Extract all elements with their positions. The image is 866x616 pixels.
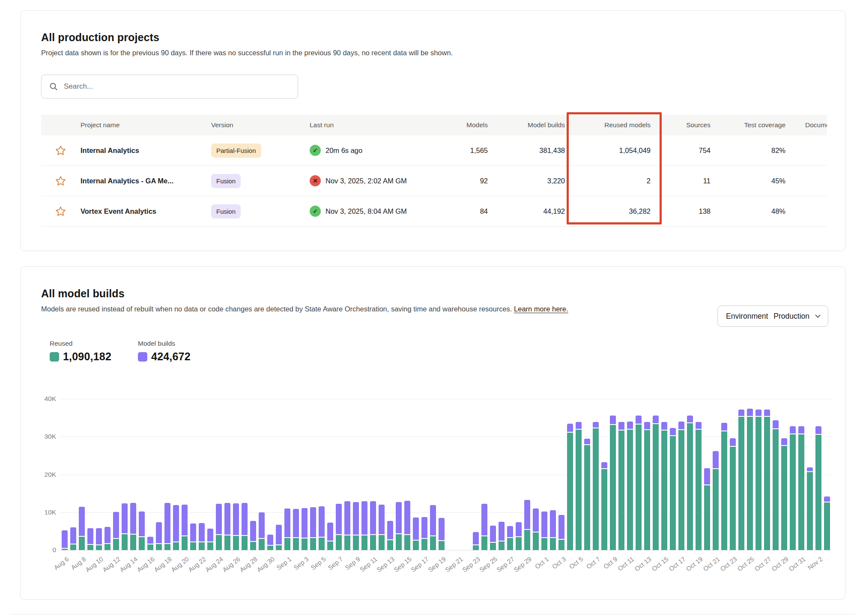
- reused-segment: [721, 431, 727, 550]
- x-axis-label: Aug 10: [84, 555, 105, 574]
- reused-segment: [670, 436, 676, 550]
- builds-segment: [105, 527, 110, 543]
- reused-segment: [713, 469, 719, 550]
- reused-segment: [627, 430, 633, 550]
- builds-segment: [259, 512, 265, 538]
- x-axis-label: Sep 19: [427, 555, 447, 574]
- project-name-cell: Internal Analytics: [80, 147, 210, 155]
- stacked-bar: [105, 527, 110, 550]
- chart-day-slot: [754, 399, 763, 550]
- chart-day-slot: Aug 12: [112, 399, 120, 550]
- reused-segment: [122, 534, 128, 550]
- last-run-cell: ✕Nov 3, 2025, 2:02 AM GM: [309, 175, 429, 186]
- reused-segment: [319, 538, 325, 550]
- project-link[interactable]: Internal Analytics - GA Me...: [81, 177, 173, 185]
- column-header[interactable]: Model builds: [489, 121, 566, 129]
- stacked-bar: [824, 496, 830, 550]
- stacked-bar: [430, 505, 436, 550]
- column-header[interactable]: Test coverage: [711, 121, 786, 129]
- chart-day-slot: Sep 3: [300, 399, 309, 550]
- column-header[interactable]: Version: [210, 121, 309, 129]
- stacked-bar: [130, 503, 136, 550]
- builds-segment: [576, 422, 582, 429]
- x-axis-label: Oct 9: [602, 555, 618, 570]
- environment-select[interactable]: Environment Production: [717, 305, 828, 327]
- stacked-bar: [704, 468, 710, 550]
- chart-day-slot: [514, 399, 523, 550]
- chart-day-slot: [343, 399, 352, 550]
- chart-day-slot: Oct 7: [591, 399, 600, 550]
- builds-segment: [147, 537, 153, 544]
- column-header[interactable]: Project name: [80, 121, 210, 129]
- builds-segment: [507, 526, 513, 537]
- favorite-star-button[interactable]: [41, 206, 80, 217]
- sources-cell: 754: [651, 147, 711, 155]
- reused-segment: [704, 485, 710, 550]
- reused-segment: [421, 539, 427, 550]
- model-builds-cell: 3,220: [489, 177, 566, 185]
- stacked-bar: [242, 503, 248, 550]
- builds-segment: [396, 502, 402, 533]
- stacked-bar: [653, 416, 659, 550]
- project-search[interactable]: [41, 75, 298, 99]
- table-row: Internal Analytics - GA Me...Fusion✕Nov …: [41, 166, 827, 196]
- x-axis-label: Sep 15: [392, 555, 413, 574]
- builds-segment: [516, 522, 522, 537]
- column-header[interactable]: Reused models: [566, 121, 651, 129]
- column-header[interactable]: Models: [429, 121, 489, 129]
- stacked-bar: [507, 526, 513, 550]
- builds-card-title: All model builds: [41, 286, 828, 301]
- reused-segment: [644, 430, 650, 550]
- favorite-star-button[interactable]: [41, 145, 80, 156]
- chart-day-slot: [823, 399, 831, 550]
- x-axis-label: Sep 9: [344, 555, 361, 571]
- test-coverage-cell: 48%: [711, 207, 786, 215]
- builds-segment: [618, 422, 624, 430]
- environment-label: Environment: [726, 312, 768, 321]
- stacked-bar: [182, 505, 188, 550]
- learn-more-link[interactable]: Learn more here.: [514, 305, 568, 313]
- reused-segment: [404, 535, 410, 550]
- stacked-bar: [439, 518, 445, 550]
- reused-segment: [798, 434, 804, 550]
- stacked-bar: [764, 410, 770, 550]
- reused-segment: [516, 537, 522, 550]
- stacked-bar: [190, 523, 196, 550]
- stacked-bar: [396, 502, 402, 550]
- chart-day-slot: [566, 399, 574, 550]
- chart-day-slot: [86, 399, 95, 550]
- stacked-bar: [344, 501, 350, 550]
- x-axis-label: Sep 11: [358, 555, 379, 573]
- project-name-cell: Internal Analytics - GA Me...: [80, 177, 210, 185]
- chart-day-slot: Sep 25: [489, 399, 497, 550]
- column-header[interactable]: Sources: [651, 121, 711, 129]
- table-row: Vortex Event AnalyticsFusion✓Nov 3, 2025…: [41, 196, 827, 227]
- builds-segment: [704, 468, 710, 484]
- reused-segment: [790, 434, 796, 550]
- column-header[interactable]: Documentation: [786, 121, 827, 129]
- builds-segment: [413, 517, 419, 540]
- builds-segment: [627, 422, 633, 429]
- models-cell: 84: [429, 207, 489, 215]
- project-link[interactable]: Internal Analytics: [81, 147, 139, 154]
- stacked-bar: [164, 503, 170, 550]
- search-input[interactable]: [64, 82, 278, 91]
- chart-day-slot: [480, 399, 489, 550]
- builds-segment: [661, 422, 667, 430]
- legend-value: 424,672: [151, 350, 191, 363]
- project-link[interactable]: Vortex Event Analytics: [81, 207, 156, 215]
- chart-day-slot: Sep 9: [352, 399, 360, 550]
- legend-item: Reused1,090,182: [50, 340, 111, 363]
- favorite-star-button[interactable]: [41, 175, 80, 187]
- last-run-text: Nov 3, 2025, 8:04 AM GM: [325, 207, 407, 215]
- x-axis-label: Sep 13: [375, 555, 396, 574]
- builds-segment: [87, 528, 93, 544]
- column-header[interactable]: Last run: [309, 121, 429, 129]
- chevron-down-icon: [815, 314, 821, 318]
- builds-segment: [644, 422, 650, 430]
- chart-day-slot: [446, 399, 454, 550]
- stacked-bar: [267, 535, 273, 550]
- chart-day-slot: Aug 26: [232, 399, 240, 550]
- x-axis-label: Aug 28: [238, 555, 259, 574]
- stacked-bar: [773, 420, 779, 550]
